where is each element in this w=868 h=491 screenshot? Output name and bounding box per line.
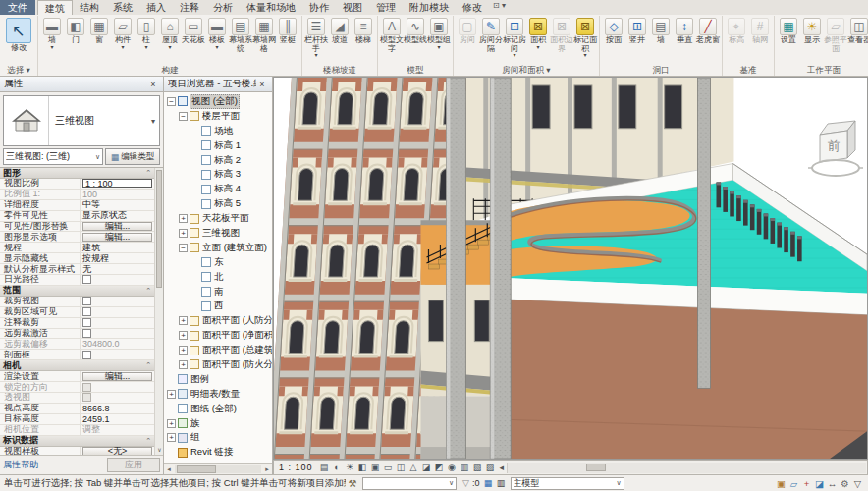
model-group-button[interactable]: ▣模型组▾ [427,17,451,50]
isolate-icon[interactable]: ◩ [433,462,446,473]
drag-on-selection-icon[interactable]: ↔ [826,477,839,490]
viewer-button[interactable]: ◫查看器 [847,17,868,45]
wp-show-button[interactable]: ☀显示 [800,17,824,45]
sun-path-icon[interactable]: ☀ [344,462,356,473]
file-menu-tab[interactable]: 文件 [0,0,35,15]
window-button[interactable]: ▦窗 [87,17,111,45]
tag-area-button[interactable]: ⊠标记面积▾ [573,17,597,58]
ribbon-tab-系统[interactable]: 系统 [106,0,139,15]
property-edit-button[interactable]: 编辑... [82,222,152,231]
tree-expand-icon[interactable]: + [179,214,188,223]
settings-icon[interactable]: ⚙ [839,477,851,490]
apply-button[interactable]: 应用 [107,458,160,472]
instance-selector[interactable]: 三维视图: (三维) ∨ [3,148,103,165]
ribbon-tab-结构[interactable]: 结构 [73,0,106,15]
model-text-button[interactable]: A模型文字 [380,17,404,53]
tree-item[interactable]: 图例 [164,372,272,387]
analytic-icon[interactable]: ▨ [484,462,497,473]
view-hscrollbar[interactable] [507,463,866,473]
property-section-范围[interactable]: 范围⌃ [0,286,154,297]
worksharing-display-icon[interactable]: ▥ [459,462,471,473]
tree-item[interactable]: −立面 (建筑立面) [164,241,272,255]
tree-item[interactable]: 图纸 (全部) [164,402,272,416]
room-separator-button[interactable]: ✎房间分隔 [479,17,503,53]
ribbon-tab-插入[interactable]: 插入 [139,0,173,15]
edit-type-button[interactable]: ▦ 编辑类型 [105,148,160,165]
tree-item[interactable]: 西 [164,299,272,313]
unlock-view-icon[interactable]: △ [407,462,420,473]
property-section-相机[interactable]: 相机⌃ [0,360,154,371]
tree-item[interactable]: 场地 [164,124,272,138]
modify-cursor-button[interactable]: ↖修改 [2,17,35,53]
detail-level-icon[interactable]: ▤ [318,462,331,473]
tree-expand-icon[interactable]: + [167,433,176,442]
tree-item[interactable]: 标高 3 [164,167,272,182]
area-button[interactable]: ⊠面积▾ [526,17,550,50]
property-checkbox[interactable] [82,329,91,338]
viewcube-compass-ring[interactable] [812,160,859,176]
tree-item[interactable]: +三维视图 [164,226,272,241]
dormer-button[interactable]: ╱老虎窗 [696,17,720,45]
property-edit-button[interactable]: <无> [82,447,152,455]
close-icon[interactable]: × [256,80,268,89]
ribbon-tab-注释[interactable]: 注释 [173,0,206,15]
tree-item[interactable]: 东 [164,255,272,270]
ribbon-group-label-room-area[interactable]: 房间和面积 ▾ [454,64,599,76]
property-checkbox[interactable] [82,318,91,327]
wp-set-button[interactable]: ▦设置 [777,17,800,45]
wall-opening-button[interactable]: ▤墙 [649,17,673,45]
property-checkbox[interactable] [82,297,91,305]
tag-room-button[interactable]: ⊡标记房间▾ [503,17,526,58]
model-line-button[interactable]: ∿模型线 [404,17,427,45]
properties-scrollbar[interactable]: ∨ [154,168,163,455]
model-canvas[interactable]: 前 [273,77,868,460]
render-icon[interactable]: ▣ [369,462,382,473]
stair-button[interactable]: ≡楼梯 [352,17,375,45]
section-collapse-icon[interactable]: ⌃ [145,361,151,369]
visual-style-icon[interactable]: ◐ [331,462,344,473]
temp-hide-icon[interactable]: ◪ [420,462,433,473]
floor-button[interactable]: ▬楼板▾ [205,17,229,50]
ribbon-tab-修改[interactable]: 修改 [456,0,489,15]
section-collapse-icon[interactable]: ⌃ [145,287,151,295]
show-crop-icon[interactable]: ◫ [395,462,407,473]
ribbon-tab-分析[interactable]: 分析 [206,0,240,15]
tree-item[interactable]: +面积平面 (防火分区面积) [164,357,272,372]
roof-button[interactable]: ⌂屋顶▾ [158,17,182,50]
select-pinned-icon[interactable]: + [800,477,813,490]
property-checkbox[interactable] [82,307,91,316]
tree-item[interactable]: −视图 (全部) [164,94,272,109]
ribbon-tab-管理[interactable]: 管理 [369,0,403,15]
tree-item[interactable]: 标高 4 [164,182,272,196]
select-by-face-icon[interactable]: ◪ [813,477,826,490]
tree-collapse-icon[interactable]: − [179,244,188,252]
properties-help-link[interactable]: 属性帮助 [3,459,107,471]
property-section-标识数据[interactable]: 标识数据⌃ [0,436,154,447]
property-input[interactable]: 1 : 100 [82,179,152,188]
tree-expand-icon[interactable]: + [179,229,188,238]
tree-item[interactable]: 标高 1 [164,138,272,153]
properties-scroll-thumb[interactable] [156,170,162,288]
wall-button[interactable]: ▬墙▾ [40,17,64,50]
ribbon-tab-视图[interactable]: 视图 [336,0,369,15]
tree-expand-icon[interactable]: + [167,419,176,428]
tree-item[interactable]: 标高 5 [164,196,272,211]
property-checkbox[interactable] [82,351,91,359]
select-underlay-icon[interactable]: ▱ [787,477,800,490]
railing-button[interactable]: ☰栏杆扶手▾ [304,17,328,58]
tree-item[interactable]: +面积平面 (人防分区面积) [164,313,272,328]
funnel-count-icon[interactable]: ▽ [460,478,472,488]
viewcube[interactable]: 前 [808,105,863,188]
ribbon-tab-协作[interactable]: 协作 [302,0,336,15]
shadows-icon[interactable]: ◧ [356,462,369,473]
ceiling-button[interactable]: ▭天花板 [182,17,205,45]
tree-item[interactable]: +天花板平面 [164,211,272,226]
temp-view-icon[interactable]: ▧ [471,462,484,473]
tree-expand-icon[interactable]: + [179,346,188,355]
filter-icon[interactable]: ▽ [851,477,864,490]
property-checkbox[interactable] [82,275,91,284]
browser-scroll-thumb[interactable] [177,465,216,473]
close-icon[interactable]: × [147,80,159,89]
view-scale-button[interactable]: 1 : 100 [274,463,318,472]
tree-expand-icon[interactable]: + [179,360,188,369]
